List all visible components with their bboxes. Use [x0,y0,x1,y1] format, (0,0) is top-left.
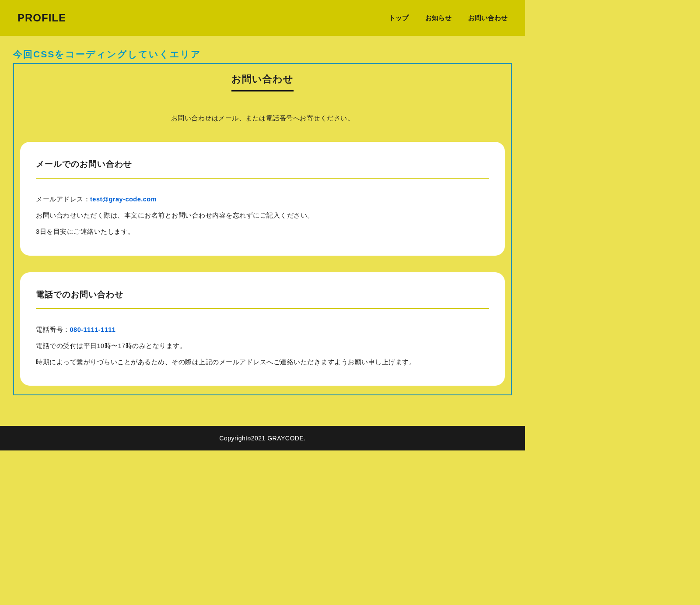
mail-address-line: メールアドレス：test@gray-code.com [36,194,489,204]
tel-label: 電話番号： [36,326,70,333]
page-title-wrapper: お問い合わせ [20,73,505,91]
site-footer: Copyright©2021 GRAYCODE. [0,426,525,450]
page-title: お問い合わせ [231,73,294,91]
mail-label: メールアドレス： [36,196,90,203]
footer-copyright-prefix: Copyright [219,435,247,442]
site-header: PROFILE トップ お知らせ お問い合わせ [0,0,525,36]
primary-nav: トップ お知らせ お問い合わせ [389,14,508,22]
site-logo[interactable]: PROFILE [18,12,66,24]
tel-number-line: 電話番号：080-1111-1111 [36,325,489,335]
nav-link-top[interactable]: トップ [389,14,409,21]
mail-contact-card: メールでのお問い合わせ メールアドレス：test@gray-code.com お… [20,142,505,256]
footer-copyright-rest: 2021 GRAYCODE. [251,435,306,442]
footer-copy-symbol: © [248,436,251,441]
tel-note-2: 時期によって繋がりづらいことがあるため、その際は上記のメールアドレスへご連絡いた… [36,357,489,367]
mail-note-1: お問い合わせいただく際は、本文にお名前とお問い合わせ内容を忘れずにご記入ください… [36,211,489,221]
nav-link-contact[interactable]: お問い合わせ [468,14,508,21]
contact-section: お問い合わせ お問い合わせはメール、または電話番号へお寄せください。 メールでの… [13,63,512,395]
tel-link[interactable]: 080-1111-1111 [70,326,116,333]
mail-note-2: 3日を目安にご連絡いたします。 [36,227,489,237]
tel-note-1: 電話での受付は平日10時〜17時のみとなります。 [36,341,489,351]
mail-link[interactable]: test@gray-code.com [90,196,157,203]
content-wrapper: 今回CSSをコーディングしていくエリア お問い合わせ お問い合わせはメール、また… [0,36,525,426]
tel-contact-card: 電話でのお問い合わせ 電話番号：080-1111-1111 電話での受付は平日1… [20,272,505,386]
tel-card-heading: 電話でのお問い合わせ [36,289,489,309]
lead-text: お問い合わせはメール、または電話番号へお寄せください。 [20,114,505,123]
mail-card-heading: メールでのお問い合わせ [36,158,489,179]
coding-area-label: 今回CSSをコーディングしていくエリア [13,48,512,60]
nav-link-news[interactable]: お知らせ [425,14,452,21]
